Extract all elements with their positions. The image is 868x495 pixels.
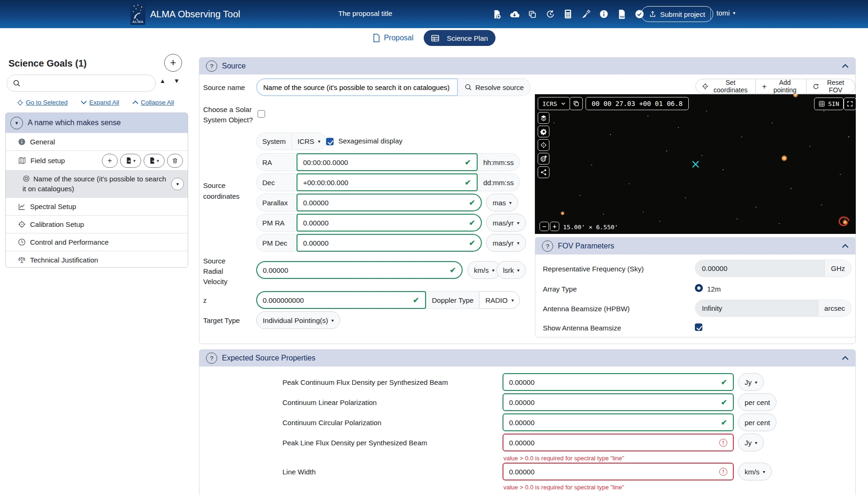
doppler-type-label: Doppler Type: [426, 291, 480, 309]
resolve-source-button[interactable]: Resolve source: [458, 78, 531, 96]
source-panel-header[interactable]: ? Source: [199, 58, 855, 75]
share-icon[interactable]: [538, 166, 549, 178]
peak-continuum-unit-select[interactable]: Jy▾: [738, 373, 764, 391]
target-type-select[interactable]: Individual Pointing(s)▾: [256, 311, 340, 329]
sidebar-item-calibration-setup[interactable]: Calibration Setup: [6, 215, 188, 233]
chevron-up-icon[interactable]: [842, 64, 849, 68]
esp-panel-header[interactable]: ? Expected Source Properties: [199, 350, 855, 367]
star-field: [535, 94, 536, 95]
zoom-out-button[interactable]: −: [540, 222, 549, 231]
sky-viewer[interactable]: ICRS 00 00 27.03 +00 01 06.8 SIN: [535, 94, 856, 234]
parallax-unit-select[interactable]: mas▾: [486, 194, 518, 211]
sidebar-item-technical-justification[interactable]: Technical Justification: [6, 251, 188, 268]
help-icon[interactable]: ?: [206, 60, 217, 72]
reset-fov-button[interactable]: Reset FOV: [807, 79, 855, 94]
copy-coordinates-button[interactable]: [570, 97, 583, 110]
science-goal-tree: ▾ A name which makes sense General Field…: [5, 112, 188, 268]
search-input[interactable]: [24, 80, 150, 87]
linear-polarization-input[interactable]: [509, 398, 717, 406]
submit-project-button[interactable]: Submit project: [641, 6, 713, 22]
layers-icon[interactable]: [538, 112, 549, 124]
globe-pin-icon[interactable]: [538, 153, 549, 165]
search-icon: [13, 79, 21, 87]
peak-line-flux-input[interactable]: [509, 439, 716, 447]
tree-root-science-goal[interactable]: ▾ A name which makes sense: [6, 113, 188, 133]
expand-all-link[interactable]: Expand All: [81, 99, 119, 106]
history-icon[interactable]: [545, 9, 555, 19]
peak-continuum-input[interactable]: [509, 378, 717, 386]
user-menu[interactable]: tomi ▾: [716, 9, 735, 17]
download-project-icon[interactable]: [510, 9, 519, 19]
array-type-radio-12m[interactable]: [695, 284, 703, 292]
go-to-selected-link[interactable]: Go to Selected: [17, 99, 68, 106]
pdf-export-icon[interactable]: PDF: [617, 9, 626, 19]
import-sources-button[interactable]: ▾: [120, 154, 141, 168]
new-project-icon[interactable]: [492, 9, 502, 19]
ra-input[interactable]: [303, 158, 461, 166]
sidebar-item-field-setup[interactable]: Field setup + ▾ ▾: [6, 150, 188, 170]
help-icon[interactable]: ?: [206, 352, 217, 364]
source-name-input[interactable]: [263, 83, 451, 91]
chevron-down-icon: ▾: [517, 220, 519, 225]
search-next-button[interactable]: ▼: [174, 77, 180, 84]
system-select[interactable]: ICRS▾: [291, 133, 327, 150]
pm-ra-input[interactable]: [303, 219, 465, 227]
chevron-up-icon[interactable]: [842, 356, 849, 360]
sexagesimal-checkbox[interactable]: [326, 138, 334, 145]
pm-dec-unit-select[interactable]: mas/yr▾: [486, 234, 526, 252]
dec-input[interactable]: [303, 179, 461, 187]
show-beamsize-checkbox[interactable]: [695, 323, 702, 331]
add-science-goal-button[interactable]: +: [164, 54, 182, 72]
chevron-up-icon[interactable]: [842, 244, 849, 248]
fullscreen-button[interactable]: [844, 98, 856, 110]
solar-object-checkbox[interactable]: [258, 110, 265, 118]
line-width-unit-select[interactable]: km/s▾: [738, 463, 772, 480]
sidebar-item-control-performance[interactable]: Control and Performance: [6, 233, 188, 251]
pm-dec-input[interactable]: [303, 239, 465, 247]
line-width-input[interactable]: [509, 468, 716, 476]
help-icon[interactable]: ?: [542, 240, 553, 252]
contact-helpdesk-icon[interactable]: [581, 9, 591, 19]
peak-line-flux-unit-select[interactable]: Jy▾: [738, 434, 764, 451]
chevron-down-icon: ▾: [157, 158, 159, 163]
doppler-type-select[interactable]: RADIO▾: [479, 291, 520, 309]
add-pointing-button[interactable]: + Add pointing: [756, 79, 807, 94]
refresh-icon: [813, 83, 819, 90]
pointing-marker[interactable]: [692, 160, 700, 168]
calculator-icon[interactable]: [563, 9, 573, 19]
radial-velocity-input[interactable]: [263, 266, 446, 274]
set-coordinates-button[interactable]: Set coordinates: [695, 79, 756, 94]
zoom-in-button[interactable]: +: [550, 222, 559, 231]
info-icon[interactable]: [599, 9, 609, 19]
copy-project-icon[interactable]: [527, 9, 537, 19]
source-item-menu-button[interactable]: ▾: [171, 178, 184, 190]
center-target-icon[interactable]: [538, 139, 549, 151]
pm-ra-unit-select[interactable]: mas/yr▾: [486, 214, 526, 232]
dec-row: Dec ✔ dd:mm:ss: [256, 173, 520, 191]
collapse-all-link[interactable]: Collapse All: [132, 99, 174, 106]
sexagesimal-label: Sexagesimal display: [338, 137, 403, 145]
frame-select[interactable]: ICRS: [538, 97, 570, 110]
linear-polarization-label: Continuum Linear Polarization: [282, 398, 377, 406]
tab-science-plan[interactable]: Science Plan: [424, 30, 495, 46]
radial-velocity-unit-select[interactable]: km/s▾: [467, 261, 501, 279]
search-prev-button[interactable]: ▲: [160, 77, 166, 84]
sidebar-item-source[interactable]: Name of the source (it's possible to sea…: [6, 170, 188, 197]
sidebar-item-spectral-setup[interactable]: Spectral Setup: [6, 197, 188, 215]
linear-polarization-unit: per cent: [738, 393, 777, 411]
search-icon: [464, 83, 472, 91]
settings-gear-icon[interactable]: [538, 126, 549, 137]
projection-button[interactable]: SIN: [814, 98, 844, 110]
chevron-down-icon: ▾: [492, 268, 495, 273]
radial-velocity-frame-select[interactable]: lsrk▾: [496, 261, 526, 279]
export-sources-button[interactable]: ▾: [144, 154, 165, 168]
z-input[interactable]: [263, 296, 409, 304]
sidebar-item-general[interactable]: General: [6, 133, 188, 150]
delete-source-button[interactable]: [167, 154, 183, 168]
fov-panel-header[interactable]: ? FOV Parameters: [535, 238, 855, 255]
collapse-goal-toggle[interactable]: ▾: [10, 117, 23, 129]
parallax-input[interactable]: [303, 199, 465, 207]
add-source-button[interactable]: +: [102, 154, 118, 168]
tab-proposal[interactable]: Proposal: [373, 34, 413, 42]
circular-polarization-input[interactable]: [509, 419, 717, 427]
